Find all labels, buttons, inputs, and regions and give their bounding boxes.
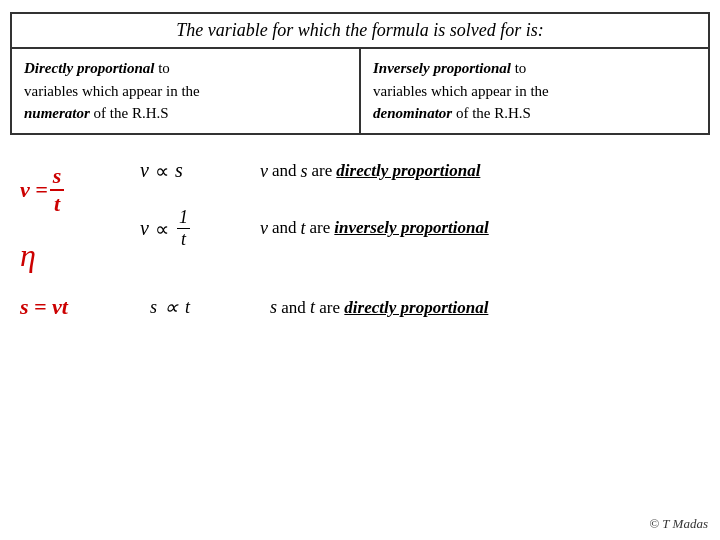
col-left-line3-rest: of the R.H.S [90, 105, 169, 121]
denominator-bold: denominator [373, 105, 452, 121]
copyright-text: © T Madas [649, 516, 708, 532]
prop1-s: s [175, 159, 183, 182]
inversely-bold: Inversely proportional [373, 60, 511, 76]
two-col-section: Directly proportional to variables which… [12, 49, 708, 133]
col-directly: Directly proportional to variables which… [12, 49, 361, 133]
inversely-to: to [511, 60, 526, 76]
prop2-v: v [140, 217, 149, 240]
prop3-s: s [150, 297, 157, 318]
eta-symbol: η [20, 237, 36, 273]
desc3-are: are [319, 298, 340, 317]
right-descriptions: v and s are directly proportional v and … [250, 159, 710, 275]
prop2-frac-n: 1 [177, 207, 190, 230]
prop1-sym: ∝ [155, 159, 169, 183]
left-formulas: v = s t η [10, 155, 130, 275]
col-left-line2: variables which appear in the [24, 83, 200, 99]
s-desc: s and t are directly proportional [260, 297, 710, 318]
bottom-row: s = vt s ∝ t s and t are directly propor… [0, 284, 720, 330]
title-text: The variable for which the formula is so… [176, 20, 543, 40]
prop1-v: v [140, 159, 149, 182]
desc-row-2: v and t are inversely proportional [260, 216, 710, 241]
desc3-t: t [310, 297, 315, 317]
s-eq-vt-text: s = vt [20, 294, 68, 319]
desc2-and: and [272, 216, 297, 240]
prop2-frac-d: t [179, 229, 188, 251]
s-prop-t: s ∝ t [140, 295, 260, 319]
prop3-t: t [185, 297, 190, 318]
fraction-s-over-t: s t [50, 163, 65, 218]
prop3-sym: ∝ [164, 295, 178, 319]
desc1-v: v [260, 159, 268, 184]
desc2-v: v [260, 216, 268, 241]
directly-to: to [154, 60, 169, 76]
eta-symbol-container: η [20, 237, 36, 274]
numerator-bold: numerator [24, 105, 90, 121]
col-inversely: Inversely proportional to variables whic… [361, 49, 708, 133]
desc1-s: s [301, 159, 308, 184]
title-row: The variable for which the formula is so… [12, 14, 708, 49]
frac-numerator: s [50, 163, 65, 191]
prop-row-1: v ∝ s [140, 159, 183, 183]
desc1-are: are [312, 159, 333, 183]
desc2-t: t [301, 216, 306, 241]
prop2-fraction: 1 t [177, 207, 190, 251]
desc1-and: and [272, 159, 297, 183]
desc1-underline: directly proportional [336, 159, 480, 183]
desc2-underline: inversely proportional [334, 216, 488, 240]
desc2-are: are [310, 216, 331, 240]
prop2-sym: ∝ [155, 217, 169, 241]
content-area: v = s t η v ∝ s v ∝ 1 t v and s [0, 135, 720, 285]
directly-bold: Directly proportional [24, 60, 154, 76]
middle-proportions: v ∝ s v ∝ 1 t [130, 159, 250, 275]
desc3-s: s [270, 297, 277, 317]
col-right-line2: variables which appear in the [373, 83, 549, 99]
formula-v-eq: v = s t [20, 163, 64, 218]
prop-row-2: v ∝ 1 t [140, 207, 190, 251]
col-right-line3-rest: of the R.H.S [452, 105, 531, 121]
main-box: The variable for which the formula is so… [10, 12, 710, 135]
desc-row-1: v and s are directly proportional [260, 159, 710, 184]
desc3-and: and [281, 298, 306, 317]
v-eq-label: v = [20, 177, 48, 203]
s-eq-vt-formula: s = vt [20, 294, 140, 320]
frac-denominator: t [51, 191, 63, 217]
desc3-underline: directly proportional [344, 298, 488, 317]
